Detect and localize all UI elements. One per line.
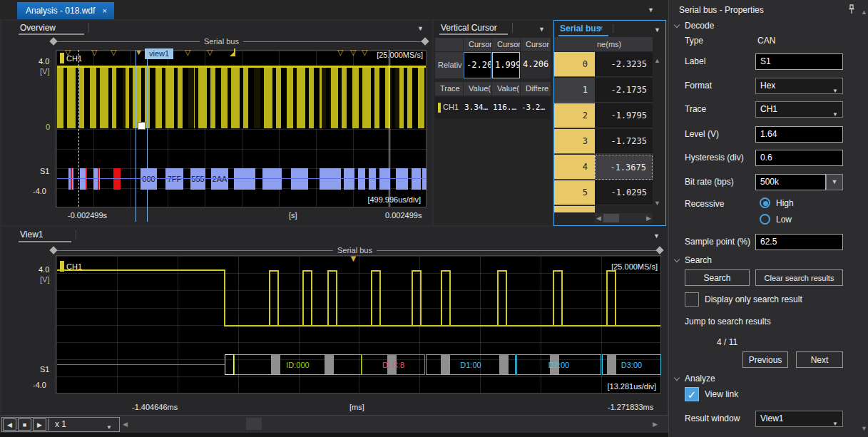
overview-decode-block[interactable]: 555 xyxy=(190,168,205,190)
tab-analysis-018[interactable]: Analysis - 018.wdf × xyxy=(17,2,114,19)
cursor-value-cell[interactable]: 1.999 xyxy=(492,52,520,78)
results-scroll-right-icon[interactable]: ▶ xyxy=(646,215,651,222)
props-scroll-up-icon[interactable]: ▲ xyxy=(861,9,867,16)
result-row-value[interactable]: -2.1735 xyxy=(595,78,653,103)
clear-search-results-button[interactable]: Clear search results xyxy=(755,269,843,286)
decode-frame[interactable]: D2:00 xyxy=(516,354,601,375)
search-collapse-icon[interactable] xyxy=(674,257,680,262)
decode-collapse-icon[interactable] xyxy=(674,22,680,28)
pin-icon[interactable] xyxy=(847,4,856,14)
overview-decode-block[interactable] xyxy=(234,168,255,190)
result-row-index[interactable]: 2 xyxy=(554,103,595,128)
trace-dropdown[interactable]: CH1 ▼ xyxy=(755,101,843,118)
marker-icon[interactable]: ▽ xyxy=(65,48,71,56)
tab-overflow-icon[interactable]: ▼ xyxy=(648,6,654,14)
overview-decode-block[interactable] xyxy=(396,168,408,190)
marker-icon[interactable]: ▽ xyxy=(207,48,213,56)
overview-decode-block[interactable] xyxy=(422,168,427,190)
view-region-right-edge[interactable] xyxy=(147,50,148,222)
overview-decode-block[interactable] xyxy=(369,168,376,190)
search-section-title[interactable]: Search xyxy=(685,255,712,265)
overview-panel-title[interactable]: Overview xyxy=(20,23,56,33)
analyze-collapse-icon[interactable] xyxy=(674,375,680,381)
level-input[interactable]: 1.64 xyxy=(755,126,843,143)
overview-left-handle-icon[interactable] xyxy=(49,37,57,45)
marker-icon[interactable]: ▽ xyxy=(337,48,343,56)
bitrate-input[interactable]: 500k xyxy=(755,174,826,190)
view-region-left-edge[interactable] xyxy=(136,50,136,222)
results-hscrollbar[interactable]: ◀ ▶ xyxy=(595,213,653,223)
hscroll-right-icon[interactable]: ▶ xyxy=(653,421,658,428)
view-region-handle[interactable] xyxy=(138,122,145,130)
result-row-index[interactable]: 0 xyxy=(554,52,595,77)
sample-point-input[interactable]: 62.5 xyxy=(755,234,843,250)
decode-frame[interactable] xyxy=(225,354,234,375)
analyze-section-title[interactable]: Analyze xyxy=(685,374,715,384)
results-scroll-up-icon[interactable]: ▲ xyxy=(654,57,660,64)
result-row-value[interactable]: -1.3675 xyxy=(595,155,653,180)
overview-decode-block[interactable] xyxy=(291,168,308,190)
hscroll-thumb[interactable] xyxy=(246,418,262,430)
display-only-checkbox[interactable] xyxy=(685,292,699,307)
overview-decode-block[interactable] xyxy=(344,168,354,190)
overview-menu-icon[interactable]: ▼ xyxy=(417,25,424,32)
marker-icon[interactable]: ▽ xyxy=(350,48,356,56)
serial-results-menu-icon[interactable]: ▼ xyxy=(654,26,660,34)
result-window-dropdown[interactable]: View1 ▼ xyxy=(755,411,843,427)
marker-icon[interactable]: ▽ xyxy=(111,48,116,56)
result-row-index[interactable]: 4 xyxy=(554,155,595,180)
result-row-value[interactable]: -1.9795 xyxy=(595,103,653,128)
play-button[interactable]: ▶ xyxy=(33,418,46,431)
cursor-value-cell[interactable]: 4.206 xyxy=(521,52,551,78)
result-row-index[interactable]: 1 xyxy=(554,78,595,103)
overview-cursor-dashed[interactable] xyxy=(78,50,79,207)
decode-frame[interactable]: ID:000 xyxy=(234,354,362,375)
view1-left-handle-icon[interactable] xyxy=(49,246,57,254)
overview-decode-block[interactable] xyxy=(71,168,72,190)
step-back-button[interactable]: ◀ xyxy=(3,418,16,431)
format-dropdown[interactable]: Hex ▼ xyxy=(755,78,843,94)
tab-close-icon[interactable]: × xyxy=(102,6,106,15)
overview-decode-block[interactable] xyxy=(98,168,99,190)
overview-decode-block[interactable]: 2AA xyxy=(211,168,228,190)
previous-button[interactable]: Previous xyxy=(742,351,788,368)
view1-marker-tag[interactable]: view1 xyxy=(145,48,173,59)
props-scroll-down-icon[interactable]: ▼ xyxy=(861,425,867,432)
marker-icon[interactable]: ▽ xyxy=(185,48,190,56)
next-button[interactable]: Next xyxy=(796,351,843,368)
overview-decode-block[interactable]: 7FF xyxy=(165,168,183,190)
overview-decode-block[interactable] xyxy=(320,168,341,190)
hscroll-left-icon[interactable]: ◀ xyxy=(123,421,128,428)
overview-decode-block[interactable] xyxy=(379,168,390,190)
flag-marker-icon[interactable] xyxy=(234,48,235,56)
vertical-cursor-title[interactable]: Vertical Cursor xyxy=(441,23,497,33)
overview-right-handle-icon[interactable] xyxy=(421,37,429,45)
overview-decode-block[interactable] xyxy=(86,168,87,190)
hysteresis-input[interactable]: 0.6 xyxy=(755,150,843,166)
stop-button[interactable]: ■ xyxy=(18,418,31,431)
decode-frame[interactable]: D1:00 xyxy=(426,354,516,375)
result-row-value[interactable]: -1.7235 xyxy=(595,129,653,154)
serial-results-close-icon[interactable]: × xyxy=(598,24,603,32)
trigger-position-icon[interactable]: ▼ xyxy=(349,255,358,262)
decode-frame[interactable]: D3:00 xyxy=(602,354,661,375)
trace-row[interactable]: CH13.34…116.…-3.2… xyxy=(435,97,551,119)
overview-decode-block[interactable] xyxy=(412,168,421,190)
view1-right-handle-icon[interactable] xyxy=(655,246,663,254)
recessive-low-radio[interactable] xyxy=(760,214,770,225)
results-scroll-left-icon[interactable]: ◀ xyxy=(596,215,601,222)
result-row-index[interactable]: 3 xyxy=(554,129,595,154)
view1-panel-title[interactable]: View1 xyxy=(20,230,43,240)
label-input[interactable]: S1 xyxy=(755,53,843,70)
replay-speed-dropdown[interactable]: x 1 ▼ xyxy=(48,418,118,431)
result-row-index[interactable]: 5 xyxy=(554,180,595,205)
marker-icon[interactable]: ▽ xyxy=(91,48,97,56)
vertical-cursor-menu-icon[interactable]: ▼ xyxy=(538,26,545,33)
bitrate-dropdown-button[interactable]: ▼ xyxy=(826,174,843,190)
decode-section-title[interactable]: Decode xyxy=(685,21,714,31)
result-row-value[interactable]: -1.0295 xyxy=(595,180,653,205)
overview-decode-block[interactable]: 000 xyxy=(141,168,157,190)
view-link-checkbox[interactable]: ✓ xyxy=(685,387,699,401)
view1-menu-icon[interactable]: ▼ xyxy=(653,232,660,240)
overview-decode-block[interactable] xyxy=(113,168,121,190)
